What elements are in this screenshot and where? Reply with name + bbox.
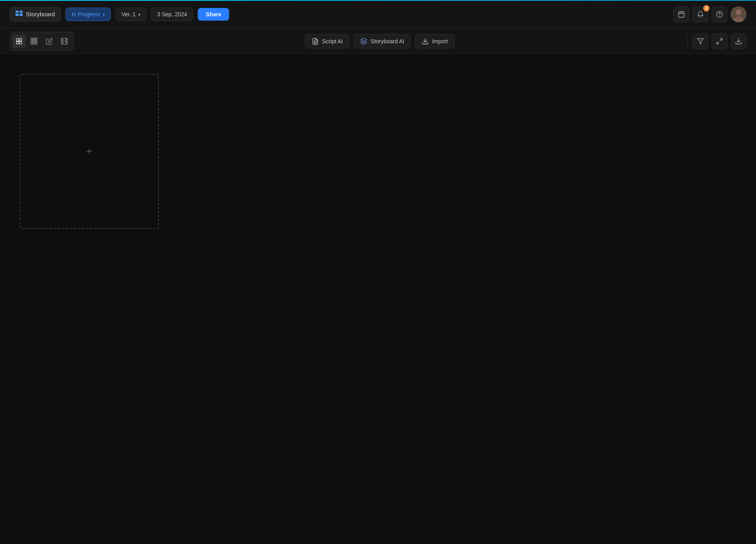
svg-rect-16 xyxy=(31,40,33,42)
header-right: 3 xyxy=(673,6,746,22)
svg-point-4 xyxy=(717,11,723,17)
version-label: Ver. 1 xyxy=(122,11,136,17)
header: Storyboard In Progress Ver. 1 3 Sep, 202… xyxy=(0,0,756,29)
status-label: In Progress xyxy=(71,11,100,17)
share-label: Share xyxy=(206,11,221,17)
svg-rect-15 xyxy=(35,38,37,39)
script-ai-icon xyxy=(312,38,319,45)
ai-tools-group: Script AI Storyboard AI Import xyxy=(305,34,455,48)
svg-rect-18 xyxy=(35,40,37,42)
help-button[interactable] xyxy=(712,6,727,22)
download-icon xyxy=(735,38,742,45)
svg-rect-13 xyxy=(31,38,33,39)
date-button[interactable]: 3 Sep, 2024 xyxy=(151,8,193,21)
status-chevron-icon xyxy=(102,11,105,17)
import-button[interactable]: Import xyxy=(415,34,455,48)
filter-button[interactable] xyxy=(692,33,708,49)
header-left: Storyboard In Progress Ver. 1 3 Sep, 202… xyxy=(10,7,229,21)
logo-button[interactable]: Storyboard xyxy=(10,7,61,21)
svg-rect-9 xyxy=(16,39,19,41)
svg-rect-17 xyxy=(33,40,35,42)
edit-icon xyxy=(46,38,53,45)
svg-rect-0 xyxy=(679,12,684,17)
svg-line-34 xyxy=(720,39,722,41)
view-grid2-button[interactable] xyxy=(12,35,26,48)
filter-icon xyxy=(697,38,704,45)
view-film-button[interactable] xyxy=(58,35,71,48)
storyboard-ai-label: Storyboard AI xyxy=(370,38,404,44)
date-label: 3 Sep, 2024 xyxy=(157,11,187,17)
view-grid4-button[interactable] xyxy=(27,35,41,48)
svg-rect-11 xyxy=(16,41,19,44)
svg-rect-21 xyxy=(35,42,37,44)
version-chevron-icon xyxy=(138,11,141,17)
toolbar: Script AI Storyboard AI Import xyxy=(0,29,756,54)
script-ai-button[interactable]: Script AI xyxy=(305,34,349,48)
svg-marker-33 xyxy=(698,39,704,44)
storyboard-ai-button[interactable]: Storyboard AI xyxy=(353,34,411,48)
svg-point-7 xyxy=(736,10,741,15)
import-icon xyxy=(422,38,429,45)
canvas: + xyxy=(0,54,756,544)
notifications-button[interactable]: 3 xyxy=(692,6,708,22)
calendar-icon xyxy=(678,11,685,18)
notification-badge: 3 xyxy=(703,5,710,12)
storyboard-ai-icon xyxy=(360,38,367,45)
svg-rect-10 xyxy=(19,39,22,41)
version-button[interactable]: Ver. 1 xyxy=(116,8,147,21)
add-card-icon: + xyxy=(86,146,93,157)
svg-rect-20 xyxy=(33,42,35,44)
user-avatar[interactable] xyxy=(731,6,746,22)
fullscreen-icon xyxy=(716,38,723,45)
view-mode-group xyxy=(10,32,74,51)
download-button[interactable] xyxy=(731,33,746,49)
svg-line-35 xyxy=(717,42,719,44)
fullscreen-button[interactable] xyxy=(712,33,727,49)
svg-rect-14 xyxy=(33,38,35,39)
film-icon xyxy=(61,38,68,45)
status-button[interactable]: In Progress xyxy=(66,8,111,21)
calendar-button[interactable] xyxy=(673,6,689,22)
script-ai-label: Script AI xyxy=(322,38,343,44)
grid2-icon xyxy=(15,38,23,45)
view-edit-button[interactable] xyxy=(42,35,56,48)
logo-icon xyxy=(15,11,23,18)
toolbar-actions-group xyxy=(686,33,746,49)
share-button[interactable]: Share xyxy=(198,8,229,21)
import-label: Import xyxy=(432,38,448,44)
help-icon xyxy=(716,11,723,18)
svg-rect-12 xyxy=(19,41,22,44)
add-card-button[interactable]: + xyxy=(20,74,159,229)
grid4-icon xyxy=(30,37,38,45)
logo-label: Storyboard xyxy=(26,11,55,17)
svg-rect-19 xyxy=(31,42,33,44)
bell-icon xyxy=(697,11,704,18)
avatar-image xyxy=(731,6,746,22)
toolbar-divider xyxy=(687,36,688,47)
